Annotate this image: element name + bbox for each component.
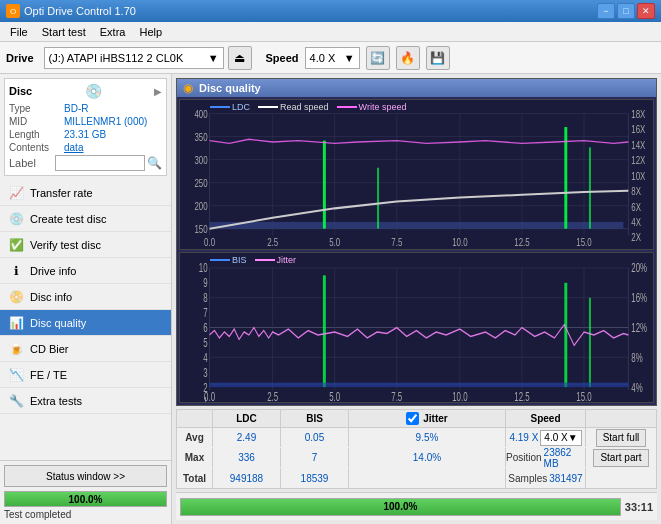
bis-header: BIS — [281, 410, 349, 427]
ldc-header: LDC — [213, 410, 281, 427]
disc-icon: 💿 — [85, 83, 102, 99]
jitter-checkbox[interactable] — [406, 412, 419, 425]
speed-value: 4.0 X — [310, 52, 336, 64]
menu-start-test[interactable]: Start test — [36, 24, 92, 40]
nav-drive-info[interactable]: ℹ Drive info — [0, 258, 171, 284]
status-window-button[interactable]: Status window >> — [4, 465, 167, 487]
drive-dropdown[interactable]: (J:) ATAPI iHBS112 2 CL0K ▼ — [44, 47, 224, 69]
speed-select[interactable]: 4.0 X▼ — [540, 430, 581, 446]
avg-speed-cell: 4.19 X 4.0 X▼ — [506, 428, 586, 447]
svg-text:4: 4 — [203, 351, 208, 364]
drive-label: Drive — [6, 52, 34, 64]
label-input[interactable] — [55, 155, 145, 171]
sidebar-progress-bar: 100.0% — [4, 491, 167, 507]
disc-panel-title: Disc — [9, 85, 32, 97]
drive-info-icon: ℹ — [8, 263, 24, 279]
menu-extra[interactable]: Extra — [94, 24, 132, 40]
bis-legend-label: BIS — [232, 255, 247, 265]
read-speed-legend-label: Read speed — [280, 102, 329, 112]
eject-button[interactable]: ⏏ — [228, 46, 252, 70]
svg-text:2.5: 2.5 — [267, 236, 278, 249]
svg-text:10: 10 — [199, 262, 208, 275]
svg-rect-38 — [323, 141, 326, 229]
nav-disc-info-label: Disc info — [30, 291, 72, 303]
close-button[interactable]: ✕ — [637, 3, 655, 19]
nav-create-test-disc[interactable]: 💿 Create test disc — [0, 206, 171, 232]
burn-button[interactable]: 🔥 — [396, 46, 420, 70]
samples-val: 381497 — [549, 473, 582, 484]
chart2-legend: BIS Jitter — [210, 255, 296, 265]
ldc-legend-label: LDC — [232, 102, 250, 112]
svg-text:8: 8 — [203, 292, 208, 305]
disc-quality-icon: 📊 — [8, 315, 24, 331]
nav-disc-quality[interactable]: 📊 Disc quality — [0, 310, 171, 336]
verify-test-disc-icon: ✅ — [8, 237, 24, 253]
maximize-button[interactable]: □ — [617, 3, 635, 19]
mid-label: MID — [9, 116, 64, 127]
menu-help[interactable]: Help — [133, 24, 168, 40]
total-bis: 18539 — [281, 468, 349, 488]
total-samples-cell: Samples 381497 — [506, 468, 586, 488]
avg-jitter: 9.5% — [349, 428, 506, 447]
ldc-chart: LDC Read speed Write speed — [179, 99, 654, 250]
total-label: Total — [177, 468, 213, 488]
nav-transfer-rate[interactable]: 📈 Transfer rate — [0, 180, 171, 206]
drive-value: (J:) ATAPI iHBS112 2 CL0K — [49, 52, 184, 64]
svg-text:0.0: 0.0 — [204, 236, 215, 249]
disc-info-icon: 📀 — [8, 289, 24, 305]
nav-cd-bier[interactable]: 🍺 CD Bier — [0, 336, 171, 362]
svg-text:10.0: 10.0 — [452, 390, 468, 402]
svg-text:5: 5 — [203, 336, 208, 349]
svg-text:7.5: 7.5 — [391, 236, 402, 249]
nav-extra-tests[interactable]: 🔧 Extra tests — [0, 388, 171, 414]
max-bis: 7 — [281, 448, 349, 467]
type-label: Type — [9, 103, 64, 114]
minimize-button[interactable]: − — [597, 3, 615, 19]
svg-text:8%: 8% — [631, 351, 642, 364]
speed-select-val: 4.0 X — [544, 432, 567, 443]
svg-text:10X: 10X — [631, 170, 646, 183]
actions-header — [586, 410, 656, 427]
contents-value[interactable]: data — [64, 142, 162, 153]
bottom-bar: 100.0% 33:11 — [176, 492, 657, 520]
svg-text:5.0: 5.0 — [329, 390, 340, 402]
menu-file[interactable]: File — [4, 24, 34, 40]
start-full-button[interactable]: Start full — [596, 429, 647, 447]
nav-verify-test-disc[interactable]: ✅ Verify test disc — [0, 232, 171, 258]
svg-text:5.0: 5.0 — [329, 236, 340, 249]
svg-text:15.0: 15.0 — [576, 236, 591, 249]
svg-rect-79 — [564, 283, 567, 387]
start-full-cell: Start full — [586, 428, 656, 447]
svg-text:15.0: 15.0 — [576, 390, 592, 402]
nav-fe-te[interactable]: 📉 FE / TE — [0, 362, 171, 388]
nav-disc-quality-label: Disc quality — [30, 317, 86, 329]
start-part-button[interactable]: Start part — [593, 449, 648, 467]
avg-ldc: 2.49 — [213, 428, 281, 447]
svg-text:150: 150 — [194, 222, 207, 235]
svg-text:12%: 12% — [631, 321, 647, 334]
save-button[interactable]: 💾 — [426, 46, 450, 70]
refresh-button[interactable]: 🔄 — [366, 46, 390, 70]
app-icon: O — [6, 4, 20, 18]
svg-text:0.0: 0.0 — [204, 390, 215, 402]
avg-bis: 0.05 — [281, 428, 349, 447]
label-browse-icon[interactable]: 🔍 — [147, 156, 162, 170]
max-position-cell: Position 23862 MB — [506, 448, 586, 467]
start-part-cell: Start part — [586, 448, 656, 467]
total-jitter-cell — [349, 468, 506, 488]
svg-text:7.5: 7.5 — [391, 390, 402, 402]
write-speed-legend-label: Write speed — [359, 102, 407, 112]
nav-disc-info[interactable]: 📀 Disc info — [0, 284, 171, 310]
svg-text:400: 400 — [194, 107, 207, 120]
nav-transfer-rate-label: Transfer rate — [30, 187, 93, 199]
total-row: Total 949188 18539 Samples 381497 — [177, 468, 656, 488]
mid-value: MILLENMR1 (000) — [64, 116, 162, 127]
chart1-legend: LDC Read speed Write speed — [210, 102, 406, 112]
svg-text:4X: 4X — [631, 216, 641, 229]
svg-text:10.0: 10.0 — [452, 236, 467, 249]
nav-extra-tests-label: Extra tests — [30, 395, 82, 407]
speed-dropdown[interactable]: 4.0 X ▼ — [305, 47, 360, 69]
app-title: Opti Drive Control 1.70 — [24, 5, 136, 17]
nav-cd-bier-label: CD Bier — [30, 343, 69, 355]
nav-fe-te-label: FE / TE — [30, 369, 67, 381]
